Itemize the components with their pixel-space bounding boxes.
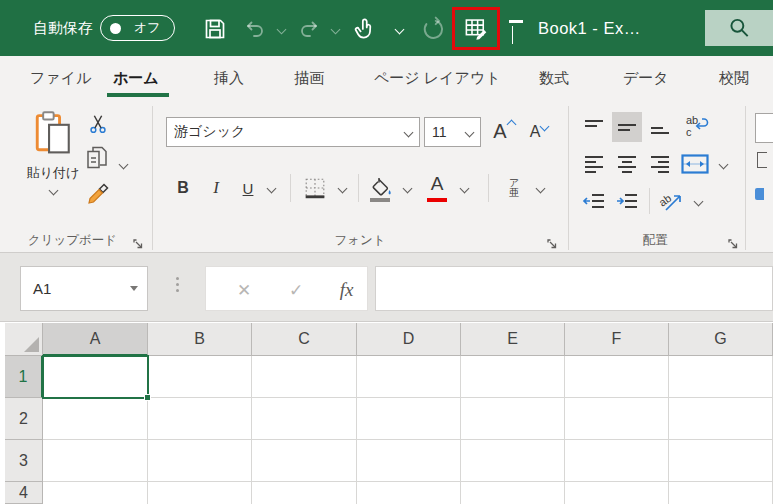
row-header-3[interactable]: 3 — [5, 440, 43, 482]
row-header-1[interactable]: 1 — [5, 356, 43, 398]
top-align-button[interactable] — [579, 112, 609, 142]
separator — [488, 174, 489, 202]
orientation-button[interactable]: ab — [656, 186, 688, 216]
row-header-2[interactable]: 2 — [5, 398, 43, 440]
number-format-combo-partial[interactable] — [755, 113, 773, 143]
tab-file[interactable]: ファイル — [30, 56, 91, 100]
chevron-down-icon — [402, 183, 412, 193]
fill-color-button[interactable] — [366, 172, 396, 204]
cut-button[interactable] — [86, 112, 110, 136]
separator — [649, 188, 650, 214]
enter-button[interactable]: ✓ — [276, 267, 316, 312]
increase-indent-button[interactable] — [612, 186, 642, 216]
column-header-D[interactable]: D — [357, 323, 461, 356]
tab-insert[interactable]: 挿入 — [214, 56, 244, 100]
middle-align-button[interactable] — [612, 112, 642, 142]
orientation-dropdown[interactable] — [690, 188, 706, 214]
copy-icon — [85, 145, 109, 171]
undo-dropdown[interactable] — [268, 16, 294, 42]
customize-toolbar-dropdown[interactable] — [512, 26, 513, 44]
insert-function-button[interactable]: fx — [324, 267, 369, 312]
tab-review[interactable]: 校閲 — [719, 56, 749, 100]
name-box-dropdown-icon[interactable] — [130, 286, 138, 291]
chevron-down-icon — [540, 121, 550, 131]
search-button[interactable] — [705, 10, 773, 46]
alignment-dialog-launcher[interactable] — [727, 236, 739, 248]
redo-button[interactable] — [296, 16, 322, 42]
formula-bar-resize-handle[interactable] — [176, 277, 179, 292]
decrease-indent-button[interactable] — [579, 186, 609, 216]
merge-center-button[interactable] — [679, 149, 711, 179]
column-header-A[interactable]: A — [43, 323, 148, 356]
fill-color-dropdown[interactable] — [399, 174, 415, 202]
bottom-align-button[interactable] — [645, 112, 675, 142]
align-center-button[interactable] — [612, 149, 642, 179]
chevron-down-icon — [266, 183, 276, 193]
align-right-button[interactable] — [645, 149, 675, 179]
decrease-font-size-button[interactable]: A — [524, 116, 554, 148]
underline-button[interactable]: U — [236, 172, 260, 204]
increase-font-size-button[interactable]: A — [488, 114, 520, 148]
font-dialog-launcher[interactable] — [546, 236, 558, 248]
tab-draw[interactable]: 描画 — [294, 56, 324, 100]
format-painter-button[interactable] — [86, 182, 110, 206]
edit-table-icon[interactable] — [463, 15, 490, 42]
chevron-down-icon — [330, 24, 340, 34]
phonetic-dropdown[interactable] — [532, 174, 548, 202]
fill-handle[interactable] — [144, 394, 151, 401]
toggle-dot — [110, 23, 121, 34]
bottom-align-icon — [649, 117, 671, 137]
clipboard-dialog-launcher[interactable] — [132, 236, 144, 248]
undo-button[interactable] — [242, 16, 268, 42]
tab-data[interactable]: データ — [623, 56, 669, 100]
copy-dropdown[interactable] — [116, 152, 130, 176]
select-all-button[interactable] — [5, 323, 43, 356]
chevron-down-icon — [465, 127, 475, 137]
wrap-text-icon: ab c — [683, 113, 710, 140]
autosave-state: オフ — [134, 19, 161, 37]
column-header-C[interactable]: C — [252, 323, 357, 356]
tab-page-layout[interactable]: ページ レイアウト — [374, 56, 501, 100]
repeat-button[interactable] — [420, 16, 446, 42]
merge-dropdown[interactable] — [715, 151, 731, 177]
tab-formulas[interactable]: 数式 — [539, 56, 569, 100]
name-box[interactable]: A1 — [20, 266, 148, 311]
chevron-down-icon — [394, 24, 404, 34]
paste-button[interactable]: 貼り付け — [18, 108, 88, 220]
align-left-button[interactable] — [579, 149, 609, 179]
borders-button[interactable] — [300, 174, 330, 202]
font-size-combo[interactable]: 11 — [424, 117, 481, 147]
bold-button[interactable]: B — [170, 172, 196, 204]
middle-align-icon — [616, 117, 638, 137]
touch-mode-dropdown[interactable] — [386, 16, 412, 42]
column-header-E[interactable]: E — [461, 323, 565, 356]
clipboard-group-label: クリップボード — [5, 232, 140, 249]
format-painter-icon — [86, 182, 110, 206]
font-color-button[interactable]: A — [422, 172, 452, 204]
font-name-combo[interactable]: 游ゴシック — [166, 117, 420, 147]
paste-dropdown-chevron[interactable] — [48, 186, 58, 196]
save-button[interactable] — [202, 16, 228, 42]
autosave-toggle[interactable]: オフ — [100, 15, 175, 41]
title-bar: 自動保存 オフ — [0, 0, 773, 56]
wrap-text-button[interactable]: ab c — [680, 110, 712, 142]
font-color-dropdown[interactable] — [456, 174, 472, 202]
touch-hand-icon — [352, 16, 378, 42]
italic-button[interactable]: I — [203, 172, 229, 204]
column-header-B[interactable]: B — [148, 323, 252, 356]
redo-dropdown[interactable] — [322, 16, 348, 42]
row-header-4[interactable]: 4 — [5, 482, 43, 504]
copy-button[interactable] — [85, 146, 109, 170]
touch-mouse-mode-button[interactable] — [352, 16, 378, 42]
partial-icon — [757, 152, 767, 168]
decrease-indent-icon — [582, 191, 606, 211]
column-header-G[interactable]: G — [669, 323, 773, 356]
cancel-button[interactable]: ✕ — [224, 267, 264, 312]
column-header-F[interactable]: F — [565, 323, 669, 356]
selected-cell-A1[interactable] — [42, 355, 149, 399]
borders-dropdown[interactable] — [334, 174, 350, 202]
underline-dropdown[interactable] — [263, 174, 279, 202]
formula-input[interactable] — [375, 266, 773, 311]
chevron-down-icon — [118, 159, 128, 169]
phonetic-guide-button[interactable]: ア 亜 — [500, 172, 528, 204]
